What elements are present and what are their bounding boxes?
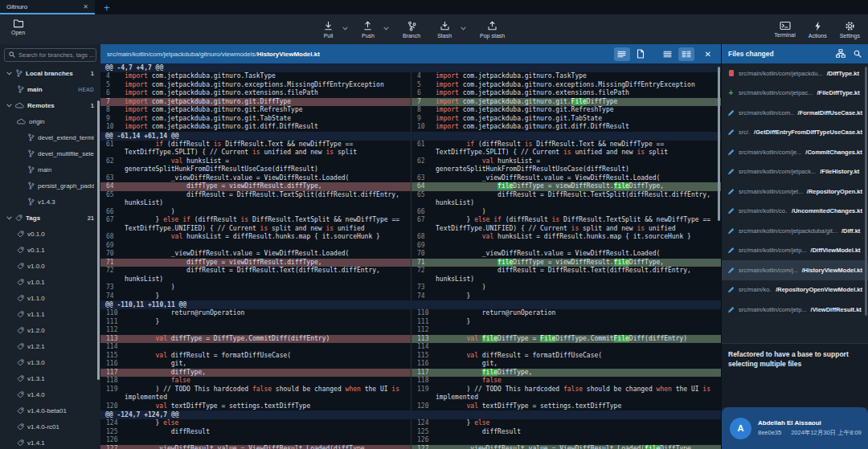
file-row[interactable]: src/main/kotlin/com/je... /CommitChanges… xyxy=(722,142,868,162)
file-row[interactable]: src/main/kotlin/com/jetp... /DiffViewMod… xyxy=(722,241,868,261)
push-button[interactable]: Push xyxy=(358,19,378,40)
file-row[interactable]: src/main/kotlin/com/jet... /RepositoryOp… xyxy=(722,182,868,202)
sidebar-item-v1-2-1[interactable]: v1.2.1 xyxy=(0,338,100,354)
sidebar-item-main[interactable]: mainHEAD xyxy=(0,81,100,97)
sidebar-item-v1-0-1[interactable]: v1.0.1 xyxy=(0,274,100,290)
diff-line: 68 val hunksList = diffResult.hunks.map … xyxy=(100,233,411,242)
pull-button[interactable]: Pull xyxy=(320,19,337,40)
sidebar-item-main[interactable]: main xyxy=(0,161,100,178)
diff-line: 124 } else xyxy=(411,419,721,428)
search-placeholder: Search for branches, tags ... xyxy=(18,51,94,59)
file-row[interactable]: src/main/kotlin/com.../FormatDiffUseCase… xyxy=(722,103,868,123)
diff-scrollbar[interactable] xyxy=(718,67,720,221)
file-row[interactable]: src/main/kotlin/com/jetpackduba/git.../D… xyxy=(722,221,868,241)
sidebar-item-v0-1-0[interactable]: v0.1.0 xyxy=(0,226,100,242)
full-file-view-button[interactable] xyxy=(633,47,649,61)
diff-line: 10import com.jetpackduba.gitnuro.git.dif… xyxy=(411,123,721,132)
branch-icon xyxy=(27,149,35,157)
commit-author-card[interactable]: A Abdellah El Aissaoui 8ee0e35 2024年12月3… xyxy=(722,407,868,449)
open-repository-button[interactable]: Open xyxy=(8,17,28,37)
diff-line: 120 val textDiffType = settings.textDiff… xyxy=(411,402,721,411)
chevron-down-icon[interactable] xyxy=(6,104,12,108)
sidebar-item-persist-graph-paddin[interactable]: persist_graph_paddin xyxy=(0,178,100,194)
sidebar-item-v1-0-0[interactable]: v1.0.0 xyxy=(0,258,100,274)
line-number: 125 xyxy=(411,428,436,437)
sidebar-item-v1-4-1[interactable]: v1.4.1 xyxy=(0,435,100,449)
close-diff-button[interactable]: ✕ xyxy=(702,50,714,59)
line-number: 114 xyxy=(100,343,125,352)
file-modified-icon xyxy=(727,207,735,214)
sidebar-item-remotes[interactable]: Remotes1 xyxy=(0,97,100,113)
file-row[interactable]: src/main/kotlin/com/jetpack... /FileHist… xyxy=(722,162,868,182)
sidebar-item-origin[interactable]: origin xyxy=(0,113,100,129)
chevron-down-icon[interactable] xyxy=(6,71,12,76)
push-label: Push xyxy=(362,33,375,39)
sidebar-item-v1-3-1[interactable]: v1.3.1 xyxy=(0,370,100,386)
files-list-scrollbar[interactable] xyxy=(865,67,867,316)
terminal-button[interactable]: Terminal xyxy=(771,19,798,39)
tab-close-icon[interactable]: ✕ xyxy=(83,3,88,10)
diff-line: 116 git, xyxy=(100,360,411,369)
sidebar-item-local-branches[interactable]: Local branches1 xyxy=(0,65,100,81)
stash-label: Stash xyxy=(437,33,452,39)
split-view-button[interactable] xyxy=(678,47,694,61)
line-number: 7 xyxy=(411,98,436,107)
branch-search-input[interactable]: Search for branches, tags ... xyxy=(4,48,96,62)
diff-line: 5import com.jetpackduba.gitnuro.exceptio… xyxy=(100,81,411,90)
tree-view-toggle-icon[interactable] xyxy=(836,47,845,61)
sidebar-item-devel-extend-termina[interactable]: devel_extend_termina xyxy=(0,129,100,145)
line-number: 10 xyxy=(100,123,125,132)
new-tab-button[interactable]: + xyxy=(95,0,119,14)
terminal-label: Terminal xyxy=(774,32,795,38)
diff-line: 8import com.jetpackduba.gitnuro.git.Refr… xyxy=(411,106,721,115)
sidebar-item-v1-4-0[interactable]: v1.4.0 xyxy=(0,386,100,402)
chevron-down-icon[interactable] xyxy=(6,216,12,220)
hunks-view-button[interactable] xyxy=(614,47,630,61)
diff-line: 71 fileDiffType = viewDiffResult.fileDif… xyxy=(411,259,721,267)
pull-dropdown-icon[interactable] xyxy=(342,19,348,34)
file-row-selected[interactable]: src/main/kotlin/com/j.../HistoryViewMode… xyxy=(722,260,868,280)
file-row[interactable]: src/main/kotlin/co.../UncommitedChanges.… xyxy=(722,202,868,222)
unified-view-button[interactable] xyxy=(660,47,676,61)
sidebar-item-devel-multifile-select[interactable]: devel_multifile_select xyxy=(0,145,100,161)
sidebar-item-v0-1-1[interactable]: v0.1.1 xyxy=(0,242,100,258)
sidebar-item-v1-4-0-beta01[interactable]: v1.4.0-beta01 xyxy=(0,402,100,418)
file-row[interactable]: src/main/kotlin/com/jetpackdu... /DiffTy… xyxy=(722,63,868,84)
tab-gitnuro[interactable]: Gitnuro ✕ xyxy=(0,0,95,14)
actions-button[interactable]: Actions xyxy=(805,19,830,40)
file-row[interactable]: src/main/kotlin/com/jetp... /ViewDiffRes… xyxy=(722,300,868,320)
diff-line: 127 _viewDiffResult.value = ViewDiffResu… xyxy=(100,445,411,449)
branch-button[interactable]: Branch xyxy=(399,19,424,40)
sidebar-item-v1-1-0[interactable]: v1.1.0 xyxy=(0,290,100,306)
line-number: 71 xyxy=(411,259,436,267)
settings-button[interactable]: Settings xyxy=(837,19,863,40)
sidebar-scrollbar[interactable] xyxy=(97,100,100,380)
sidebar-item-tags[interactable]: Tags21 xyxy=(0,210,100,226)
diff-line: 61 if (diffResult is DiffResult.Text && … xyxy=(100,141,411,157)
stash-button[interactable]: Stash xyxy=(434,19,455,40)
file-row[interactable]: src/... /GetDiffEntryFromDiffTypeUseCase… xyxy=(722,123,868,143)
file-modified-icon xyxy=(727,188,735,195)
sidebar-item-v1-3-0[interactable]: v1.3.0 xyxy=(0,354,100,370)
stash-dropdown-icon[interactable] xyxy=(461,19,466,34)
file-row[interactable]: +src/main/kotlin/com/jetpac... /FileDiff… xyxy=(722,84,868,104)
diff-header: src/main/kotlin/com/jetpackduba/gitnuro/… xyxy=(100,44,721,63)
sidebar-item-v1-1-1[interactable]: v1.1.1 xyxy=(0,306,100,322)
sidebar-item-v1-2-0[interactable]: v1.2.0 xyxy=(0,322,100,338)
sidebar-item-v1-4-3[interactable]: v1.4.3 xyxy=(0,194,100,210)
pop-stash-button[interactable]: Pop stash xyxy=(477,19,508,40)
sidebar-item-v1-4-0-rc01[interactable]: v1.4.0-rc01 xyxy=(0,418,100,435)
diff-line: 111 } xyxy=(411,318,721,327)
line-number: 127 xyxy=(411,445,436,449)
diff-line: 66 ) xyxy=(100,208,411,217)
file-row[interactable]: src/main/ko... /RepositoryOpenViewModel.… xyxy=(722,280,868,300)
files-search-icon[interactable] xyxy=(854,47,862,61)
diff-line: 125 diffResult xyxy=(100,428,411,437)
line-number: 68 xyxy=(100,233,125,242)
line-number: 61 xyxy=(411,141,436,157)
line-number: 111 xyxy=(411,318,436,327)
line-number: 63 xyxy=(100,174,125,183)
push-dropdown-icon[interactable] xyxy=(383,19,389,34)
line-number: 115 xyxy=(411,352,436,361)
author-avatar: A xyxy=(730,418,751,439)
